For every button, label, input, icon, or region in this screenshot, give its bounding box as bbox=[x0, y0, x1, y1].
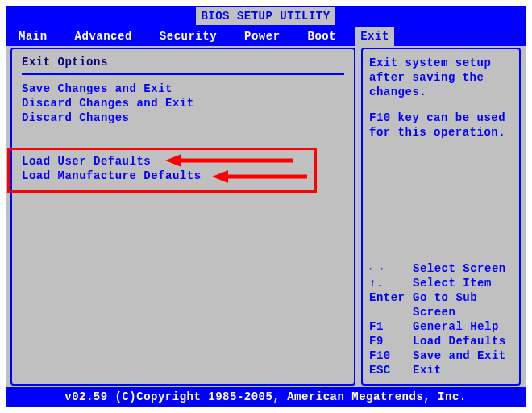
highlighted-group: Load User Defaults Load Manufacture Defa… bbox=[22, 154, 202, 183]
item-save-exit[interactable]: Save Changes and Exit bbox=[22, 81, 344, 96]
right-panel: Exit system setup after saving the chang… bbox=[361, 48, 521, 386]
help-key: ←→ bbox=[369, 261, 413, 276]
bios-window: BIOS SETUP UTILITY Main Advanced Securit… bbox=[6, 6, 526, 407]
tab-advanced[interactable]: Advanced bbox=[67, 27, 140, 46]
help-keys: ←→ Select Screen ↑↓ Select Item Enter Go… bbox=[369, 261, 513, 378]
help-val: Go to Sub Screen bbox=[413, 290, 513, 319]
help-hint: F10 key can be used for this operation. bbox=[369, 111, 513, 140]
help-key: F9 bbox=[369, 334, 413, 348]
help-val: Exit bbox=[413, 363, 442, 378]
help-key: F1 bbox=[369, 319, 413, 334]
help-val: Select Item bbox=[413, 276, 492, 290]
help-val: Select Screen bbox=[413, 261, 506, 276]
help-description: Exit system setup after saving the chang… bbox=[369, 56, 513, 99]
title-text: BIOS SETUP UTILITY bbox=[196, 7, 335, 25]
left-panel: Exit Options Save Changes and Exit Disca… bbox=[10, 48, 355, 386]
spacer bbox=[369, 99, 513, 111]
help-row-general-help: F1 General Help bbox=[369, 319, 513, 334]
item-load-manufacture-defaults[interactable]: Load Manufacture Defaults bbox=[22, 169, 202, 183]
title-bar: BIOS SETUP UTILITY bbox=[6, 6, 526, 27]
body-area: Exit Options Save Changes and Exit Disca… bbox=[10, 48, 521, 386]
help-val: Load Defaults bbox=[413, 334, 506, 348]
divider bbox=[22, 73, 344, 75]
item-discard-exit[interactable]: Discard Changes and Exit bbox=[22, 96, 344, 111]
item-load-user-defaults[interactable]: Load User Defaults bbox=[22, 154, 202, 169]
help-val: General Help bbox=[413, 319, 499, 334]
help-key: F10 bbox=[369, 348, 413, 363]
footer-copyright: v02.59 (C)Copyright 1985-2005, American … bbox=[6, 387, 526, 407]
section-heading: Exit Options bbox=[22, 56, 344, 69]
help-row-sub-screen: Enter Go to Sub Screen bbox=[369, 290, 513, 319]
help-key: Enter bbox=[369, 290, 413, 319]
tab-power[interactable]: Power bbox=[236, 27, 289, 46]
tab-main[interactable]: Main bbox=[10, 27, 56, 46]
help-val: Save and Exit bbox=[413, 348, 506, 363]
help-row-esc-exit: ESC Exit bbox=[369, 363, 513, 378]
help-row-save-exit: F10 Save and Exit bbox=[369, 348, 513, 363]
menu-bar: Main Advanced Security Power Boot Exit bbox=[6, 27, 526, 46]
item-discard-changes[interactable]: Discard Changes bbox=[22, 111, 344, 125]
help-row-select-item: ↑↓ Select Item bbox=[369, 276, 513, 290]
help-key: ESC bbox=[369, 363, 413, 378]
tab-security[interactable]: Security bbox=[152, 27, 225, 46]
help-key: ↑↓ bbox=[369, 276, 413, 290]
help-row-load-defaults: F9 Load Defaults bbox=[369, 334, 513, 348]
tab-boot[interactable]: Boot bbox=[300, 27, 345, 46]
tab-exit[interactable]: Exit bbox=[355, 27, 394, 46]
help-row-select-screen: ←→ Select Screen bbox=[369, 261, 513, 276]
